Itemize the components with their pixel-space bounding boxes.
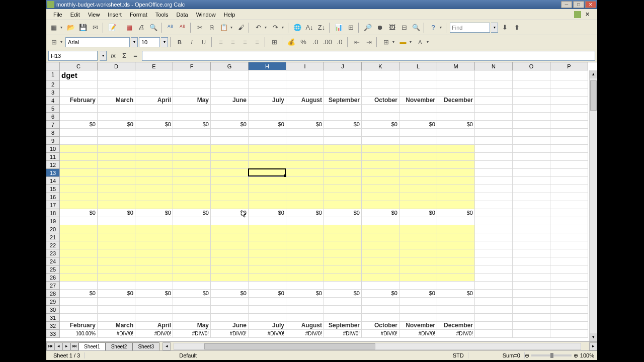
row-header-4[interactable]: 4 <box>46 97 60 105</box>
cell[interactable] <box>513 274 550 282</box>
cell[interactable]: $0 <box>399 209 437 217</box>
cell[interactable] <box>550 217 588 225</box>
cell[interactable]: $0 <box>286 290 324 298</box>
cell[interactable] <box>324 257 362 265</box>
cell[interactable]: March <box>98 97 135 105</box>
cell[interactable] <box>60 274 98 282</box>
cell[interactable] <box>98 177 135 185</box>
cell[interactable] <box>324 306 362 314</box>
cell[interactable]: $0 <box>249 290 286 298</box>
cell[interactable] <box>286 145 324 153</box>
cell[interactable] <box>135 70 173 80</box>
cell[interactable] <box>475 193 513 201</box>
cell[interactable] <box>324 153 362 161</box>
name-box[interactable]: H13 <box>48 51 98 61</box>
cell[interactable] <box>98 274 135 282</box>
cell[interactable] <box>550 169 588 177</box>
bgcolor-icon[interactable]: ▬ <box>397 37 409 48</box>
cell[interactable] <box>550 153 588 161</box>
row-header-25[interactable]: 25 <box>46 265 60 274</box>
cell[interactable] <box>60 153 98 161</box>
row-header-11[interactable]: 11 <box>46 153 60 161</box>
cell[interactable] <box>98 129 135 137</box>
font-name-dropdown-icon[interactable]: ▾ <box>131 37 138 47</box>
cell[interactable] <box>399 298 437 306</box>
cell[interactable] <box>173 274 211 282</box>
cell[interactable] <box>475 88 513 97</box>
cell[interactable] <box>173 153 211 161</box>
cell[interactable] <box>324 161 362 169</box>
cell[interactable] <box>173 257 211 265</box>
cell[interactable] <box>513 88 550 97</box>
cell[interactable] <box>399 185 437 193</box>
cell[interactable] <box>286 314 324 322</box>
cell[interactable] <box>550 105 588 113</box>
row-header-14[interactable]: 14 <box>46 177 60 185</box>
cell[interactable] <box>286 265 324 274</box>
row-header-16[interactable]: 16 <box>46 193 60 201</box>
cell[interactable]: $0 <box>211 121 249 129</box>
print-icon[interactable]: 🖨 <box>136 22 147 33</box>
cell[interactable]: April <box>135 97 173 105</box>
cell[interactable] <box>286 241 324 249</box>
row-header-12[interactable]: 12 <box>46 161 60 169</box>
cell[interactable]: September <box>324 97 362 105</box>
cell[interactable] <box>324 233 362 241</box>
cell[interactable] <box>362 137 399 145</box>
cell[interactable] <box>286 161 324 169</box>
undo-icon[interactable]: ↶ <box>253 22 264 33</box>
cell[interactable] <box>211 137 249 145</box>
cell[interactable]: $0 <box>399 121 437 129</box>
cell[interactable] <box>135 105 173 113</box>
cell[interactable]: $0 <box>286 209 324 217</box>
cell[interactable] <box>173 201 211 209</box>
cell[interactable] <box>135 306 173 314</box>
cell[interactable] <box>550 274 588 282</box>
col-header-K[interactable]: K <box>362 62 399 70</box>
scroll-up-icon[interactable]: ▴ <box>590 70 597 78</box>
cell[interactable] <box>98 225 135 233</box>
cell[interactable]: #DIV/0! <box>173 330 211 338</box>
cell[interactable] <box>437 145 475 153</box>
cell[interactable]: $0 <box>173 290 211 298</box>
vertical-scrollbar[interactable]: ▴ ▾ <box>589 70 597 341</box>
cell[interactable] <box>324 241 362 249</box>
col-header-L[interactable]: L <box>399 62 437 70</box>
cell[interactable]: February <box>60 97 98 105</box>
close-doc-icon[interactable]: ✕ <box>585 11 592 18</box>
cell[interactable] <box>249 306 286 314</box>
cell[interactable] <box>60 169 98 177</box>
export-pdf-icon[interactable]: ▦ <box>124 22 135 33</box>
cell[interactable] <box>399 80 437 88</box>
cell[interactable] <box>399 169 437 177</box>
open-icon[interactable]: 📂 <box>65 22 76 33</box>
cell[interactable] <box>98 185 135 193</box>
menu-edit[interactable]: Edit <box>66 11 84 19</box>
align-left-icon[interactable]: ≡ <box>215 37 226 48</box>
minimize-button[interactable]: ─ <box>561 1 572 8</box>
cell[interactable] <box>98 113 135 121</box>
cell[interactable] <box>550 330 588 338</box>
cell[interactable] <box>249 201 286 209</box>
row-header-2[interactable]: 2 <box>46 80 60 88</box>
cell[interactable] <box>437 169 475 177</box>
hscroll-thumb[interactable] <box>204 343 375 349</box>
row-header-28[interactable]: 28 <box>46 290 60 298</box>
cell[interactable] <box>60 298 98 306</box>
cell[interactable] <box>60 145 98 153</box>
del-decimal-icon[interactable]: .0 <box>334 37 345 48</box>
cell[interactable] <box>399 193 437 201</box>
cell[interactable] <box>513 265 550 274</box>
cell[interactable] <box>173 217 211 225</box>
cell[interactable] <box>173 169 211 177</box>
cell[interactable] <box>286 282 324 290</box>
cell[interactable]: #DIV/0! <box>249 330 286 338</box>
cell[interactable]: December <box>437 322 475 330</box>
cell[interactable] <box>211 113 249 121</box>
tab-next-icon[interactable]: ▸ <box>62 342 70 350</box>
cell[interactable] <box>399 129 437 137</box>
maximize-button[interactable]: □ <box>573 1 584 8</box>
cell[interactable] <box>475 129 513 137</box>
cell[interactable] <box>135 145 173 153</box>
borders-icon[interactable]: ⊞ <box>380 37 391 48</box>
